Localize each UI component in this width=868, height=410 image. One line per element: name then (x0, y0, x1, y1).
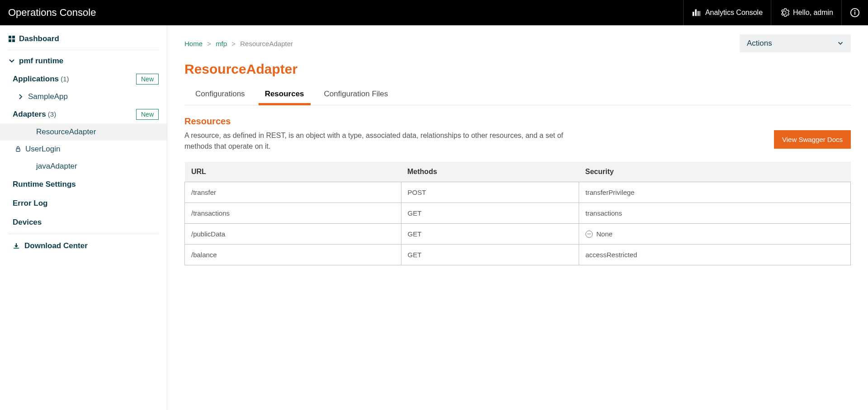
actions-label: Actions (747, 39, 772, 48)
sidebar-dashboard[interactable]: Dashboard (8, 30, 159, 48)
info-button[interactable] (841, 0, 868, 25)
sidebar-item-label: UserLogin (25, 145, 61, 154)
user-menu[interactable]: Hello, admin (771, 0, 841, 25)
download-label: Download Center (24, 241, 88, 250)
sidebar-adapters-header[interactable]: Adapters (3) New (0, 105, 167, 123)
breadcrumb-mfp[interactable]: mfp (216, 40, 227, 47)
sidebar-runtime[interactable]: pmf runtime (8, 52, 159, 70)
sidebar: Dashboard pmf runtime Applications (1) N… (0, 25, 167, 410)
svg-rect-1 (695, 9, 697, 16)
svg-rect-12 (16, 149, 20, 151)
adapters-count: (3) (48, 110, 56, 118)
applications-label: Applications (13, 75, 59, 83)
table-header: Security (579, 162, 851, 182)
cell-url: /balance (185, 245, 401, 265)
sidebar-app-item[interactable]: SampleApp (0, 88, 167, 105)
svg-rect-9 (12, 36, 15, 38)
new-adapter-button[interactable]: New (136, 109, 159, 120)
tabs: ConfigurationsResourcesConfiguration Fil… (184, 85, 851, 105)
lock-icon (14, 146, 22, 153)
sidebar-applications-header[interactable]: Applications (1) New (0, 70, 167, 88)
table-row[interactable]: /transactionsGETtransactions (185, 203, 851, 224)
svg-rect-6 (854, 12, 855, 14)
chevron-down-icon (837, 40, 844, 47)
table-row[interactable]: /publicDataGETNone (185, 224, 851, 245)
tab[interactable]: Configuration Files (322, 85, 390, 105)
sidebar-download-center[interactable]: Download Center (0, 236, 167, 256)
top-header: Operations Console Analytics Console Hel… (0, 0, 868, 25)
table-header: URL (185, 162, 401, 182)
tab[interactable]: Configurations (193, 85, 247, 105)
table-row[interactable]: /transferPOSTtransferPrivilege (185, 182, 851, 203)
svg-rect-4 (700, 11, 700, 16)
applications-count: (1) (61, 75, 69, 83)
sidebar-adapter-item[interactable]: javaAdapter (0, 158, 167, 175)
sidebar-adapter-item[interactable]: UserLogin (0, 141, 167, 158)
page-title: ResourceAdapter (184, 61, 851, 77)
runtime-label: pmf runtime (19, 57, 63, 66)
main-content: Home > mfp > ResourceAdapter Actions Res… (167, 25, 868, 410)
app-title: Operations Console (0, 7, 104, 19)
cell-url: /transactions (185, 203, 401, 224)
cell-security: None (579, 224, 851, 245)
svg-rect-0 (693, 12, 694, 16)
greeting-label: Hello, admin (793, 9, 833, 17)
breadcrumb: Home > mfp > ResourceAdapter (184, 40, 293, 47)
analytics-console-link[interactable]: Analytics Console (683, 0, 771, 25)
sidebar-item-label: ResourceAdapter (36, 127, 96, 137)
none-icon (585, 231, 593, 238)
svg-rect-11 (12, 39, 15, 42)
sidebar-link[interactable]: Error Log (0, 194, 167, 213)
new-application-button[interactable]: New (136, 74, 159, 85)
tab[interactable]: Resources (263, 85, 306, 105)
cell-methods: GET (401, 245, 579, 265)
info-icon (850, 8, 860, 18)
svg-point-7 (854, 10, 856, 11)
sidebar-link[interactable]: Devices (0, 213, 167, 232)
chevron-right-icon (17, 93, 24, 100)
breadcrumb-home[interactable]: Home (184, 40, 203, 47)
svg-rect-3 (698, 11, 699, 16)
gear-icon (779, 8, 789, 18)
actions-dropdown[interactable]: Actions (740, 34, 851, 52)
svg-rect-8 (9, 36, 11, 38)
sidebar-item-label: SampleApp (28, 92, 68, 101)
view-swagger-button[interactable]: View Swagger Docs (774, 130, 851, 149)
cell-methods: GET (401, 203, 579, 224)
resources-table: URLMethodsSecurity /transferPOSTtransfer… (184, 162, 851, 265)
analytics-label: Analytics Console (705, 9, 763, 17)
cell-methods: POST (401, 182, 579, 203)
cell-url: /transfer (185, 182, 401, 203)
cell-url: /publicData (185, 224, 401, 245)
section-description: A resource, as defined in REST, is an ob… (184, 130, 569, 152)
section-title: Resources (184, 116, 851, 127)
table-row[interactable]: /balanceGETaccessRestricted (185, 245, 851, 265)
breadcrumb-current: ResourceAdapter (240, 40, 293, 47)
table-header: Methods (401, 162, 579, 182)
cell-methods: GET (401, 224, 579, 245)
cell-security: transferPrivilege (579, 182, 851, 203)
dashboard-label: Dashboard (19, 34, 59, 43)
chevron-down-icon (8, 57, 19, 65)
cell-security: accessRestricted (579, 245, 851, 265)
dashboard-icon (8, 35, 19, 42)
svg-rect-10 (9, 39, 11, 42)
sidebar-item-label: javaAdapter (36, 162, 77, 171)
cell-security: transactions (579, 203, 851, 224)
adapters-label: Adapters (13, 110, 46, 118)
sidebar-link[interactable]: Runtime Settings (0, 175, 167, 194)
download-icon (13, 242, 20, 250)
svg-rect-2 (698, 11, 698, 16)
analytics-icon (692, 8, 702, 18)
sidebar-adapter-item[interactable]: ResourceAdapter (0, 123, 167, 141)
